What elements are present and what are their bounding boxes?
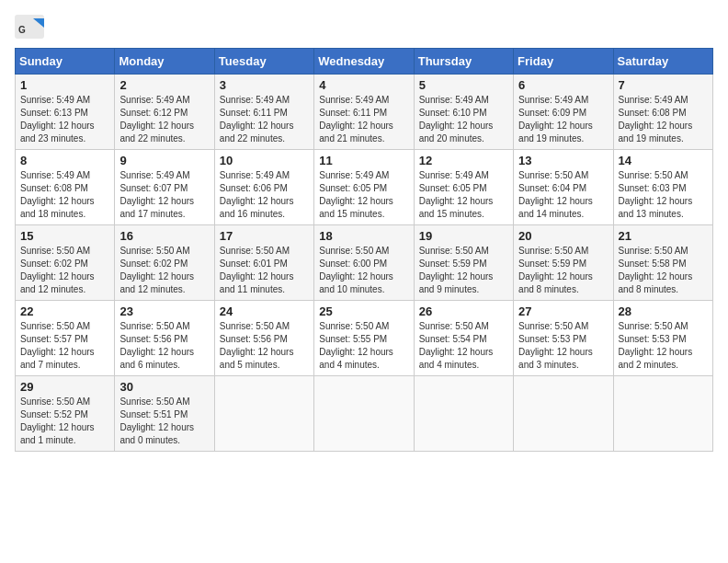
col-header-tuesday: Tuesday [214,49,313,75]
logo-icon: G [15,15,44,39]
calendar-cell: 4Sunrise: 5:49 AMSunset: 6:11 PMDaylight… [314,75,414,150]
calendar-cell: 1Sunrise: 5:49 AMSunset: 6:13 PMDaylight… [16,75,115,150]
calendar-cell [613,376,712,452]
col-header-thursday: Thursday [414,49,513,75]
day-number: 2 [119,78,209,92]
day-detail: Sunrise: 5:50 AMSunset: 5:56 PMDaylight:… [220,320,309,372]
day-detail: Sunrise: 5:49 AMSunset: 6:06 PMDaylight:… [220,169,309,221]
calendar-cell: 13Sunrise: 5:50 AMSunset: 6:04 PMDayligh… [514,150,613,225]
day-detail: Sunrise: 5:50 AMSunset: 6:04 PMDaylight:… [518,169,608,221]
calendar-cell: 10Sunrise: 5:49 AMSunset: 6:06 PMDayligh… [214,150,313,225]
day-detail: Sunrise: 5:49 AMSunset: 6:08 PMDaylight:… [619,94,708,145]
day-number: 7 [619,78,708,92]
day-number: 3 [220,78,309,92]
day-detail: Sunrise: 5:50 AMSunset: 6:03 PMDaylight:… [619,169,708,221]
calendar-cell: 26Sunrise: 5:50 AMSunset: 5:54 PMDayligh… [414,301,513,376]
day-number: 18 [319,229,408,243]
calendar-cell: 17Sunrise: 5:50 AMSunset: 6:01 PMDayligh… [214,225,313,301]
day-detail: Sunrise: 5:49 AMSunset: 6:10 PMDaylight:… [419,94,508,145]
day-number: 20 [518,229,608,243]
calendar-cell: 5Sunrise: 5:49 AMSunset: 6:10 PMDaylight… [414,75,513,150]
calendar-cell: 11Sunrise: 5:49 AMSunset: 6:05 PMDayligh… [314,150,414,225]
day-number: 29 [20,380,109,394]
calendar-cell: 9Sunrise: 5:49 AMSunset: 6:07 PMDaylight… [115,150,214,225]
calendar-cell [414,376,513,452]
calendar-cell: 24Sunrise: 5:50 AMSunset: 5:56 PMDayligh… [214,301,313,376]
day-detail: Sunrise: 5:50 AMSunset: 6:02 PMDaylight:… [119,245,209,296]
day-number: 14 [619,154,708,167]
day-number: 13 [518,154,608,167]
calendar-cell: 19Sunrise: 5:50 AMSunset: 5:59 PMDayligh… [414,225,513,301]
calendar-cell: 30Sunrise: 5:50 AMSunset: 5:51 PMDayligh… [115,376,214,452]
day-number: 17 [220,229,309,243]
calendar-cell: 22Sunrise: 5:50 AMSunset: 5:57 PMDayligh… [16,301,115,376]
day-number: 26 [419,304,508,318]
day-detail: Sunrise: 5:50 AMSunset: 5:55 PMDaylight:… [319,320,408,372]
col-header-monday: Monday [115,49,214,75]
day-number: 27 [518,304,608,318]
day-detail: Sunrise: 5:50 AMSunset: 6:02 PMDaylight:… [20,245,109,296]
calendar-cell [314,376,414,452]
day-number: 11 [319,154,408,167]
day-number: 22 [20,304,109,318]
day-detail: Sunrise: 5:49 AMSunset: 6:11 PMDaylight:… [319,94,408,145]
col-header-saturday: Saturday [613,49,712,75]
logo: G [15,15,48,39]
day-number: 30 [119,380,209,394]
day-number: 9 [119,154,209,167]
day-detail: Sunrise: 5:49 AMSunset: 6:11 PMDaylight:… [220,94,309,145]
day-number: 24 [220,304,309,318]
day-number: 21 [619,229,708,243]
col-header-friday: Friday [514,49,613,75]
day-number: 23 [119,304,209,318]
day-number: 12 [419,154,508,167]
day-detail: Sunrise: 5:49 AMSunset: 6:05 PMDaylight:… [319,169,408,221]
day-detail: Sunrise: 5:50 AMSunset: 5:54 PMDaylight:… [419,320,508,372]
col-header-sunday: Sunday [16,49,115,75]
day-detail: Sunrise: 5:49 AMSunset: 6:09 PMDaylight:… [518,94,608,145]
calendar-cell: 16Sunrise: 5:50 AMSunset: 6:02 PMDayligh… [115,225,214,301]
day-detail: Sunrise: 5:49 AMSunset: 6:13 PMDaylight:… [20,94,109,145]
day-number: 15 [20,229,109,243]
calendar-cell: 3Sunrise: 5:49 AMSunset: 6:11 PMDaylight… [214,75,313,150]
day-number: 10 [220,154,309,167]
day-detail: Sunrise: 5:49 AMSunset: 6:12 PMDaylight:… [119,94,209,145]
day-detail: Sunrise: 5:50 AMSunset: 5:51 PMDaylight:… [119,396,209,447]
calendar-cell: 28Sunrise: 5:50 AMSunset: 5:53 PMDayligh… [613,301,712,376]
calendar-cell [514,376,613,452]
day-detail: Sunrise: 5:50 AMSunset: 5:56 PMDaylight:… [119,320,209,372]
svg-text:G: G [18,25,26,35]
day-detail: Sunrise: 5:50 AMSunset: 5:58 PMDaylight:… [619,245,708,296]
day-detail: Sunrise: 5:50 AMSunset: 5:57 PMDaylight:… [20,320,109,372]
day-number: 25 [319,304,408,318]
day-number: 6 [518,78,608,92]
day-detail: Sunrise: 5:49 AMSunset: 6:08 PMDaylight:… [20,169,109,221]
calendar-cell: 25Sunrise: 5:50 AMSunset: 5:55 PMDayligh… [314,301,414,376]
day-detail: Sunrise: 5:49 AMSunset: 6:07 PMDaylight:… [119,169,209,221]
calendar-cell: 7Sunrise: 5:49 AMSunset: 6:08 PMDaylight… [613,75,712,150]
calendar-table: SundayMondayTuesdayWednesdayThursdayFrid… [15,48,713,452]
day-detail: Sunrise: 5:50 AMSunset: 5:52 PMDaylight:… [20,396,109,447]
day-detail: Sunrise: 5:49 AMSunset: 6:05 PMDaylight:… [419,169,508,221]
calendar-cell: 12Sunrise: 5:49 AMSunset: 6:05 PMDayligh… [414,150,513,225]
calendar-cell: 18Sunrise: 5:50 AMSunset: 6:00 PMDayligh… [314,225,414,301]
day-detail: Sunrise: 5:50 AMSunset: 5:53 PMDaylight:… [518,320,608,372]
day-number: 16 [119,229,209,243]
day-number: 8 [20,154,109,167]
day-detail: Sunrise: 5:50 AMSunset: 5:59 PMDaylight:… [518,245,608,296]
calendar-cell: 21Sunrise: 5:50 AMSunset: 5:58 PMDayligh… [613,225,712,301]
calendar-cell [214,376,313,452]
day-number: 1 [20,78,109,92]
calendar-cell: 23Sunrise: 5:50 AMSunset: 5:56 PMDayligh… [115,301,214,376]
day-detail: Sunrise: 5:50 AMSunset: 6:00 PMDaylight:… [319,245,408,296]
calendar-cell: 29Sunrise: 5:50 AMSunset: 5:52 PMDayligh… [16,376,115,452]
day-detail: Sunrise: 5:50 AMSunset: 5:59 PMDaylight:… [419,245,508,296]
calendar-cell: 8Sunrise: 5:49 AMSunset: 6:08 PMDaylight… [16,150,115,225]
calendar-cell: 15Sunrise: 5:50 AMSunset: 6:02 PMDayligh… [16,225,115,301]
day-number: 5 [419,78,508,92]
calendar-cell: 14Sunrise: 5:50 AMSunset: 6:03 PMDayligh… [613,150,712,225]
day-number: 28 [619,304,708,318]
calendar-cell: 27Sunrise: 5:50 AMSunset: 5:53 PMDayligh… [514,301,613,376]
day-detail: Sunrise: 5:50 AMSunset: 5:53 PMDaylight:… [619,320,708,372]
calendar-cell: 2Sunrise: 5:49 AMSunset: 6:12 PMDaylight… [115,75,214,150]
